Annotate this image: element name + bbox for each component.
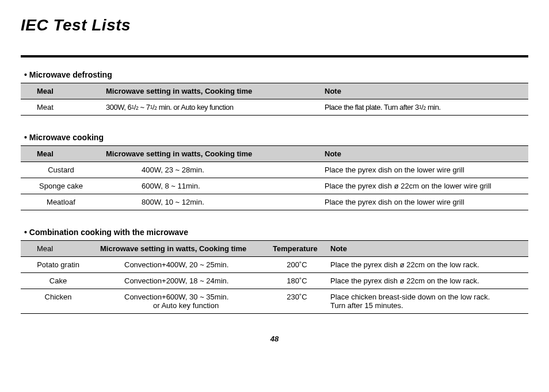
section-heading: • Combination cooking with the microwave bbox=[24, 228, 528, 237]
table-combination: Meal Microwave setting in watts, Cooking… bbox=[21, 240, 528, 314]
cell-note: Place the flat plate. Turn after 31/2 mi… bbox=[320, 99, 528, 116]
cell-temp: 200˚C bbox=[268, 257, 326, 273]
col-note: Note bbox=[326, 241, 528, 257]
cell-setting: 300W, 61/2 ~ 71/2 min. or Auto key funct… bbox=[101, 99, 320, 116]
table-row: Meatloaf 800W, 10 ~ 12min. Place the pyr… bbox=[21, 194, 528, 210]
col-meal: Meal bbox=[21, 83, 101, 99]
table-row: Chicken Convection+600W, 30 ~ 35min. or … bbox=[21, 289, 528, 314]
table-defrosting: Meal Microwave setting in watts, Cooking… bbox=[21, 83, 528, 116]
col-meal: Meal bbox=[21, 241, 96, 257]
cell-note: Place the pyrex dish on the lower wire g… bbox=[320, 194, 528, 210]
section-cooking: • Microwave cooking Meal Microwave setti… bbox=[21, 133, 528, 210]
cell-meal: Chicken bbox=[21, 289, 96, 314]
cell-meal: Sponge cake bbox=[21, 178, 101, 194]
cell-meal: Potato gratin bbox=[21, 257, 96, 273]
page-title: IEC Test Lists bbox=[21, 16, 528, 34]
cell-setting: 600W, 8 ~ 11min. bbox=[101, 178, 320, 194]
table-row: Potato gratin Convection+400W, 20 ~ 25mi… bbox=[21, 257, 528, 273]
section-heading: • Microwave defrosting bbox=[24, 70, 528, 79]
section-combination: • Combination cooking with the microwave… bbox=[21, 228, 528, 314]
cell-temp: 180˚C bbox=[268, 273, 326, 289]
cell-meal: Meat bbox=[21, 99, 101, 116]
cell-temp: 230˚C bbox=[268, 289, 326, 314]
col-meal: Meal bbox=[21, 146, 101, 162]
cell-setting: Convection+400W, 20 ~ 25min. bbox=[96, 257, 268, 273]
col-setting: Microwave setting in watts, Cooking time bbox=[101, 146, 320, 162]
cell-note: Place the pyrex dish ø 22cm on the low r… bbox=[326, 257, 528, 273]
cell-meal: Cake bbox=[21, 273, 96, 289]
section-defrosting: • Microwave defrosting Meal Microwave se… bbox=[21, 70, 528, 116]
page-number: 48 bbox=[21, 335, 528, 343]
cell-note: Place the pyrex dish on the lower wire g… bbox=[320, 162, 528, 178]
table-row: Custard 400W, 23 ~ 28min. Place the pyre… bbox=[21, 162, 528, 178]
col-temp: Temperature bbox=[268, 241, 326, 257]
cell-setting: Convection+200W, 18 ~ 24min. bbox=[96, 273, 268, 289]
col-setting: Microwave setting in watts, Cooking time bbox=[101, 83, 320, 99]
table-row: Cake Convection+200W, 18 ~ 24min. 180˚C … bbox=[21, 273, 528, 289]
table-row: Meat 300W, 61/2 ~ 71/2 min. or Auto key … bbox=[21, 99, 528, 116]
cell-note: Place the pyrex dish ø 22cm on the lower… bbox=[320, 178, 528, 194]
table-row: Sponge cake 600W, 8 ~ 11min. Place the p… bbox=[21, 178, 528, 194]
cell-setting: 800W, 10 ~ 12min. bbox=[101, 194, 320, 210]
cell-meal: Meatloaf bbox=[21, 194, 101, 210]
cell-setting: 400W, 23 ~ 28min. bbox=[101, 162, 320, 178]
col-note: Note bbox=[320, 83, 528, 99]
cell-meal: Custard bbox=[21, 162, 101, 178]
divider bbox=[21, 55, 528, 57]
col-note: Note bbox=[320, 146, 528, 162]
cell-note: Place the pyrex dish ø 22cm on the low r… bbox=[326, 273, 528, 289]
section-heading: • Microwave cooking bbox=[24, 133, 528, 142]
cell-note: Place chicken breast-side down on the lo… bbox=[326, 289, 528, 314]
cell-setting: Convection+600W, 30 ~ 35min. or Auto key… bbox=[96, 289, 268, 314]
col-setting: Microwave setting in watts, Cooking time bbox=[96, 241, 268, 257]
table-cooking: Meal Microwave setting in watts, Cooking… bbox=[21, 145, 528, 210]
